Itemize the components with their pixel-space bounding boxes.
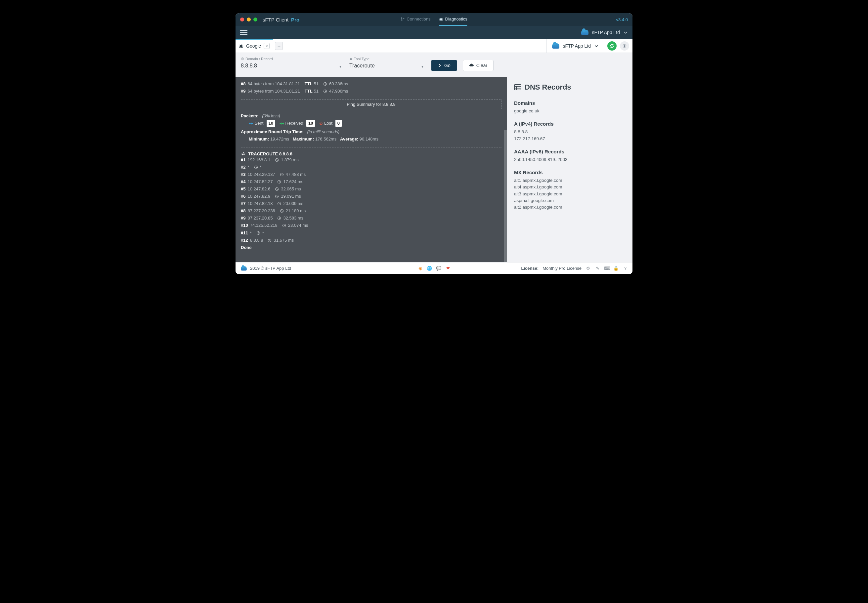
sent-count: 10 xyxy=(267,120,275,127)
hop-row: #310.248.29.13747.488 ms xyxy=(241,171,501,178)
dns-section-title: Domains xyxy=(514,100,625,106)
traceroute-heading: TRACEROUTE 8.8.8.8 xyxy=(241,152,501,156)
dns-record: alt1.aspmx.l.google.com xyxy=(514,177,625,184)
license-value: Monthly Pro License xyxy=(542,266,581,271)
hop-row: #887.237.20.23621.189 ms xyxy=(241,207,501,215)
svg-point-0 xyxy=(401,17,402,18)
received-icon: ◂◂ xyxy=(279,121,284,125)
tool-field-label: Tool Type xyxy=(349,57,425,61)
account-name: sFTP App Ltd xyxy=(592,30,620,35)
clear-button[interactable]: Clear xyxy=(463,60,494,71)
dns-record: 8.8.8.8 xyxy=(514,128,625,135)
go-button[interactable]: Go xyxy=(431,60,457,71)
records-icon xyxy=(514,84,521,90)
hop-row: #11** xyxy=(241,229,501,237)
ping-row: #864 bytes from 104.31.81.21TTL5160.386m… xyxy=(241,80,501,88)
settings-button[interactable] xyxy=(620,41,629,51)
cloud-icon xyxy=(241,266,247,271)
dns-heading: DNS Records xyxy=(514,83,625,91)
menu-button[interactable] xyxy=(240,29,247,36)
gear-icon xyxy=(622,44,627,48)
domain-field-label: Domain / Record xyxy=(241,57,343,61)
top-tabs: Connections Diagnostics xyxy=(401,13,467,26)
query-row: Domain / Record ▼ Tool Type ▼ Go Clear xyxy=(236,53,632,77)
license-label: License: xyxy=(521,266,538,271)
dns-record: aspmx.l.google.com xyxy=(514,197,625,204)
dns-panel: DNS Records Domainsgoogle.co.ukA (IPv4) … xyxy=(507,77,632,262)
tab-diagnostics[interactable]: Diagnostics xyxy=(439,13,467,26)
keyboard-icon[interactable]: ⌨ xyxy=(604,266,609,271)
ping-row: #964 bytes from 104.31.81.21TTL5147.906m… xyxy=(241,88,501,95)
app-edition: Pro xyxy=(291,17,299,23)
page-tab-google[interactable]: Google × xyxy=(236,39,273,53)
dns-record: alt3.aspmx.l.google.com xyxy=(514,191,625,197)
svg-point-4 xyxy=(240,45,242,48)
hop-row: #987.237.20.8532.583 ms xyxy=(241,215,501,222)
lifebuoy-icon[interactable]: ◉ xyxy=(417,266,423,271)
dns-record: 2a00:1450:4009:819::2003 xyxy=(514,156,625,163)
window-close[interactable] xyxy=(240,17,244,22)
window-zoom[interactable] xyxy=(253,17,257,22)
received-count: 10 xyxy=(306,120,315,127)
traceroute-done: Done xyxy=(241,245,252,250)
tab-diagnostics-label: Diagnostics xyxy=(445,17,467,22)
refresh-button[interactable] xyxy=(607,41,617,51)
secondbar: sFTP App Ltd xyxy=(236,26,632,39)
sent-icon: ▸▸ xyxy=(249,121,253,125)
dns-section-title: A (IPv4) Records xyxy=(514,121,625,127)
lost-icon: ⊘ xyxy=(319,121,323,125)
account-selector-label: sFTP App Ltd xyxy=(563,43,591,49)
tab-add-button[interactable]: ＋ xyxy=(275,42,283,50)
account-selector[interactable]: sFTP App Ltd xyxy=(547,39,604,53)
help-icon[interactable]: ？ xyxy=(623,266,628,271)
hop-row: #1074.125.52.21823.074 ms xyxy=(241,222,501,229)
tab-close-button[interactable]: × xyxy=(264,43,270,49)
domain-input[interactable] xyxy=(241,62,343,71)
footer-copyright: 2019 © sFTP App Ltd xyxy=(250,266,291,271)
dns-record: alt2.aspmx.l.google.com xyxy=(514,204,625,210)
chevron-down-icon xyxy=(594,44,599,48)
hop-row: #510.247.82.632.065 ms xyxy=(241,186,501,193)
app-window: sFTP Client Pro Connections Diagnostics … xyxy=(236,13,632,274)
tool-type-select[interactable] xyxy=(349,62,425,71)
bug-icon xyxy=(349,57,353,60)
hop-row: #610.247.82.919.091 ms xyxy=(241,193,501,200)
globe-icon xyxy=(241,57,244,60)
svg-point-1 xyxy=(401,20,402,21)
page-tab-label: Google xyxy=(246,43,261,49)
hop-row: #1192.168.8.11.879 ms xyxy=(241,156,501,164)
dns-section-title: MX Records xyxy=(514,170,625,175)
titlebar: sFTP Client Pro Connections Diagnostics … xyxy=(236,13,632,26)
tabstrip: Google × ＋ sFTP App Ltd xyxy=(236,39,632,53)
svg-point-3 xyxy=(440,18,442,21)
chevron-right-icon xyxy=(438,63,442,67)
hop-row: #710.247.82.1820.009 ms xyxy=(241,200,501,207)
chevron-down-icon xyxy=(623,30,628,35)
tab-connections[interactable]: Connections xyxy=(401,13,430,26)
ping-summary-box: Ping Summary for 8.8.8.8 xyxy=(241,99,501,109)
bug-icon xyxy=(239,44,243,48)
account-selector-top[interactable]: sFTP App Ltd xyxy=(581,30,628,35)
transfer-icon xyxy=(241,152,245,156)
dns-record: alt4.aspmx.l.google.com xyxy=(514,184,625,190)
globe-icon[interactable]: 🌐 xyxy=(427,266,432,271)
refresh-icon xyxy=(610,44,614,48)
branch-icon xyxy=(401,17,405,21)
version-label: v3.4.0 xyxy=(616,17,628,22)
bug-icon xyxy=(439,17,443,21)
hop-row: #2** xyxy=(241,164,501,171)
chat-icon[interactable]: 💬 xyxy=(436,266,441,271)
scrollbar[interactable] xyxy=(504,130,507,262)
gear-icon[interactable]: ⚙ xyxy=(586,266,591,271)
brush-icon[interactable]: ✎ xyxy=(595,266,600,271)
window-minimize[interactable] xyxy=(247,17,251,22)
lock-icon[interactable]: 🔒 xyxy=(613,266,618,271)
svg-rect-22 xyxy=(515,85,521,90)
terminal-output[interactable]: #864 bytes from 104.31.81.21TTL5160.386m… xyxy=(236,77,507,262)
hop-row: #128.8.8.831.675 ms xyxy=(241,237,501,244)
heart-icon[interactable]: ❤ xyxy=(445,266,451,271)
cloud-clear-icon xyxy=(469,63,474,68)
svg-point-5 xyxy=(624,45,625,46)
hop-row: #410.247.82.2717.624 ms xyxy=(241,178,501,186)
main-split: #864 bytes from 104.31.81.21TTL5160.386m… xyxy=(236,77,632,262)
